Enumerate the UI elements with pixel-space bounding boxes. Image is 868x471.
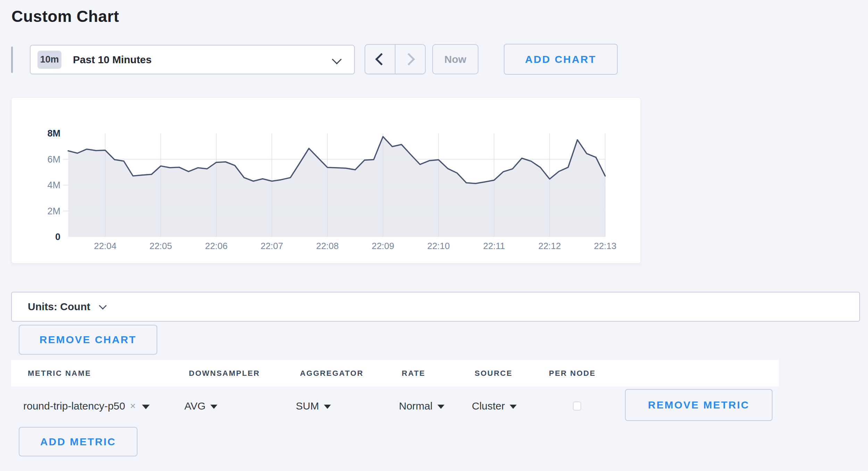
metric-name-dropdown[interactable]: round-trip-latency-p50 × (23, 400, 150, 412)
remove-metric-button[interactable]: REMOVE METRIC (625, 389, 773, 421)
series-area-fill (68, 137, 605, 237)
y-axis-tick-label: 2M (47, 206, 60, 216)
x-axis-tick-label: 22:08 (316, 241, 339, 251)
timeseries-area-chart[interactable]: 02M4M6M8M22:0422:0522:0622:0722:0822:092… (11, 98, 641, 264)
column-header-rate: RATE (402, 369, 425, 378)
remove-tag-icon[interactable]: × (130, 400, 135, 412)
x-axis-tick-label: 22:07 (260, 241, 283, 251)
y-axis-tick-label: 0 (55, 232, 60, 242)
aggregator-dropdown[interactable]: SUM (296, 400, 331, 412)
column-header-aggregator: AGGREGATOR (300, 369, 364, 378)
now-button[interactable]: Now (432, 44, 478, 74)
downsampler-value: AVG (184, 400, 206, 412)
time-nav-group (365, 44, 426, 74)
x-axis-tick-label: 22:10 (427, 241, 450, 251)
caret-down-icon (324, 405, 331, 409)
page-title: Custom Chart (11, 7, 119, 26)
add-chart-button[interactable]: ADD CHART (504, 44, 618, 75)
chevron-right-icon (403, 53, 415, 65)
source-dropdown[interactable]: Cluster (472, 400, 517, 412)
caret-down-icon (510, 405, 517, 409)
time-range-dropdown[interactable]: 10m Past 10 Minutes (30, 45, 355, 74)
x-axis-tick-label: 22:05 (149, 241, 172, 251)
x-axis-tick-label: 22:11 (483, 241, 505, 251)
rate-value: Normal (399, 400, 433, 412)
column-header-per-node: PER NODE (549, 369, 596, 378)
aggregator-value: SUM (296, 400, 319, 412)
y-axis-tick-label: 6M (47, 154, 60, 165)
x-axis-tick-label: 22:12 (538, 241, 561, 251)
chevron-down-icon (332, 55, 342, 64)
column-header-downsampler: DOWNSAMPLER (189, 369, 260, 378)
caret-down-icon (142, 405, 150, 409)
y-axis-tick-label: 8M (47, 128, 60, 139)
per-node-checkbox[interactable] (573, 402, 581, 411)
units-label: Units: Count (28, 301, 90, 313)
toolbar-divider (11, 47, 13, 73)
metric-name-value: round-trip-latency-p50 (23, 400, 125, 412)
time-back-button[interactable] (365, 45, 395, 74)
rate-dropdown[interactable]: Normal (399, 400, 444, 412)
x-axis-tick-label: 22:04 (94, 241, 116, 251)
time-forward-button[interactable] (395, 45, 425, 74)
caret-down-icon (437, 405, 444, 409)
chevron-down-icon (99, 302, 107, 310)
x-axis-tick-label: 22:13 (594, 241, 616, 251)
chevron-left-icon (375, 53, 387, 65)
caret-down-icon (210, 405, 217, 409)
column-header-source: SOURCE (475, 369, 512, 378)
time-scale-badge: 10m (37, 51, 61, 69)
column-header-metric-name: METRIC NAME (28, 369, 91, 378)
time-range-label: Past 10 Minutes (73, 54, 152, 66)
source-value: Cluster (472, 400, 505, 412)
remove-chart-button[interactable]: REMOVE CHART (19, 325, 157, 355)
add-metric-button[interactable]: ADD METRIC (19, 427, 137, 456)
x-axis-tick-label: 22:06 (205, 241, 227, 251)
metrics-table-header (11, 360, 779, 387)
downsampler-dropdown[interactable]: AVG (184, 400, 217, 412)
chart-panel: 02M4M6M8M22:0422:0522:0622:0722:0822:092… (11, 97, 641, 264)
y-axis-tick-label: 4M (47, 180, 60, 190)
units-dropdown[interactable]: Units: Count (11, 292, 860, 322)
custom-chart-page: Custom Chart 10m Past 10 Minutes Now ADD… (0, 0, 868, 471)
x-axis-tick-label: 22:09 (372, 241, 394, 251)
